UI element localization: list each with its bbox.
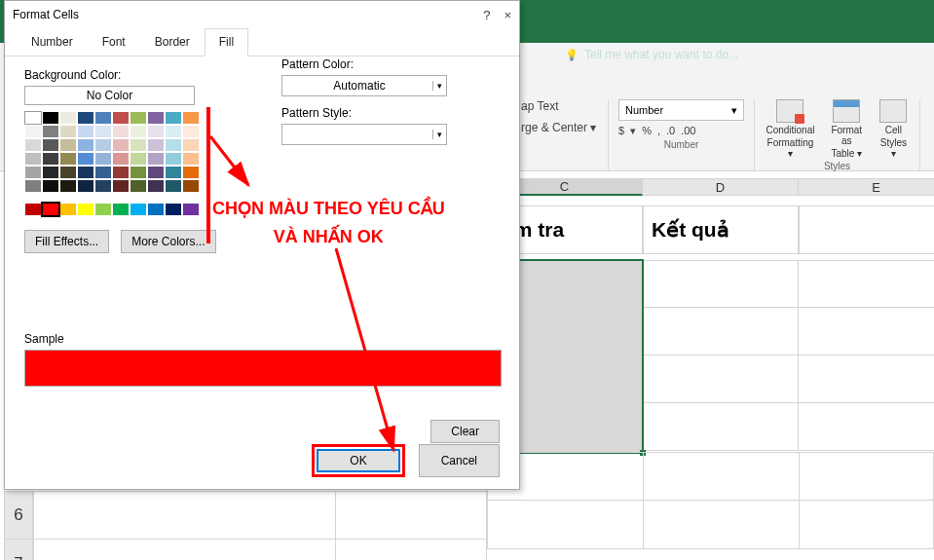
cell-e-header[interactable] (799, 205, 934, 254)
tab-fill[interactable]: Fill (205, 28, 248, 56)
color-swatch[interactable] (59, 179, 77, 193)
color-swatch[interactable] (24, 138, 42, 152)
ok-button[interactable]: OK (317, 449, 399, 472)
cell-d-header[interactable]: Kết quả (643, 205, 799, 254)
color-swatch[interactable] (42, 152, 59, 166)
color-swatch[interactable] (182, 166, 200, 179)
color-swatch[interactable] (182, 179, 200, 193)
color-swatch[interactable] (94, 111, 112, 125)
color-swatch[interactable] (94, 203, 112, 216)
color-swatch[interactable] (42, 111, 59, 125)
tab-border[interactable]: Border (140, 28, 205, 56)
color-swatch[interactable] (182, 138, 200, 152)
color-swatch[interactable] (77, 111, 94, 125)
cell-styles-button[interactable]: CellStyles ▾ (878, 99, 910, 159)
pattern-style-combo[interactable]: ▾ (281, 124, 447, 145)
color-swatch[interactable] (24, 166, 42, 179)
currency-button[interactable]: $ (618, 125, 624, 137)
color-swatch[interactable] (112, 179, 130, 193)
color-swatch[interactable] (147, 166, 165, 179)
color-swatch[interactable] (112, 138, 130, 152)
color-swatch[interactable] (59, 111, 77, 125)
clear-button[interactable]: Clear (430, 420, 500, 443)
col-header-d[interactable]: D (643, 178, 799, 196)
row-header-6[interactable]: 6 (4, 491, 33, 540)
color-swatch[interactable] (130, 203, 147, 216)
col-header-e[interactable]: E (799, 178, 934, 196)
color-swatch[interactable] (42, 203, 59, 216)
color-swatch[interactable] (130, 111, 147, 125)
percent-button[interactable]: % (642, 125, 652, 137)
color-swatch[interactable] (94, 125, 112, 138)
color-swatch[interactable] (147, 152, 165, 166)
color-swatch[interactable] (24, 179, 42, 193)
color-swatch[interactable] (77, 125, 94, 138)
inc-decimal-button[interactable]: .0 (666, 125, 675, 137)
color-swatch[interactable] (59, 125, 77, 138)
color-swatch[interactable] (130, 125, 147, 138)
color-swatch[interactable] (42, 138, 59, 152)
color-swatch[interactable] (147, 125, 165, 138)
color-swatch[interactable] (165, 179, 182, 193)
color-swatch[interactable] (165, 152, 182, 166)
color-swatch[interactable] (59, 152, 77, 166)
color-swatch[interactable] (130, 166, 147, 179)
color-swatch[interactable] (165, 166, 182, 179)
no-color-button[interactable]: No Color (24, 86, 195, 105)
comma-button[interactable]: , (657, 125, 660, 137)
format-as-table-button[interactable]: Format asTable ▾ (826, 99, 868, 159)
color-swatch[interactable] (147, 138, 165, 152)
tab-number[interactable]: Number (17, 28, 88, 56)
color-swatch[interactable] (94, 179, 112, 193)
color-swatch[interactable] (112, 125, 130, 138)
color-swatch[interactable] (165, 125, 182, 138)
color-swatch[interactable] (147, 203, 165, 216)
merge-center-button[interactable]: rge & Center ▾ (521, 121, 596, 134)
color-swatch[interactable] (112, 203, 130, 216)
color-swatch[interactable] (94, 138, 112, 152)
color-swatch[interactable] (94, 166, 112, 179)
color-swatch[interactable] (147, 179, 165, 193)
cancel-button[interactable]: Cancel (419, 444, 500, 477)
color-swatch[interactable] (77, 203, 94, 216)
color-swatch[interactable] (165, 111, 182, 125)
color-swatch[interactable] (59, 203, 77, 216)
color-swatch[interactable] (165, 138, 182, 152)
more-colors-button[interactable]: More Colors... (121, 230, 215, 253)
color-swatch[interactable] (182, 152, 200, 166)
color-swatch[interactable] (24, 152, 42, 166)
color-swatch[interactable] (77, 166, 94, 179)
color-swatch[interactable] (59, 166, 77, 179)
color-swatch[interactable] (182, 203, 200, 216)
color-swatch[interactable] (77, 179, 94, 193)
tellme-box[interactable]: Tell me what you want to do... (565, 48, 738, 61)
color-swatch[interactable] (130, 179, 147, 193)
color-swatch[interactable] (182, 111, 200, 125)
color-swatch[interactable] (77, 152, 94, 166)
fill-effects-button[interactable]: Fill Effects... (24, 230, 109, 253)
color-swatch[interactable] (59, 138, 77, 152)
color-swatch[interactable] (182, 125, 200, 138)
help-button[interactable]: ? (483, 8, 490, 22)
color-swatch[interactable] (77, 138, 94, 152)
color-swatch[interactable] (130, 138, 147, 152)
pattern-color-combo[interactable]: Automatic▾ (281, 75, 447, 96)
color-swatch[interactable] (24, 111, 42, 125)
color-swatch[interactable] (24, 203, 42, 216)
wrap-text-button[interactable]: ap Text (521, 99, 558, 113)
color-swatch[interactable] (147, 111, 165, 125)
dialog-titlebar[interactable]: Format Cells ? × (5, 1, 519, 28)
tab-font[interactable]: Font (88, 28, 140, 56)
number-format-combo[interactable]: Number▾ (618, 99, 744, 121)
dec-decimal-button[interactable]: .00 (681, 125, 695, 137)
color-swatch[interactable] (42, 179, 59, 193)
color-swatch[interactable] (42, 166, 59, 179)
color-swatch[interactable] (112, 152, 130, 166)
row-header-7[interactable]: 7 (4, 540, 33, 560)
color-swatch[interactable] (42, 125, 59, 138)
close-button[interactable]: × (504, 8, 511, 22)
color-swatch[interactable] (130, 152, 147, 166)
color-swatch[interactable] (24, 125, 42, 138)
color-swatch[interactable] (165, 203, 182, 216)
color-swatch[interactable] (112, 111, 130, 125)
